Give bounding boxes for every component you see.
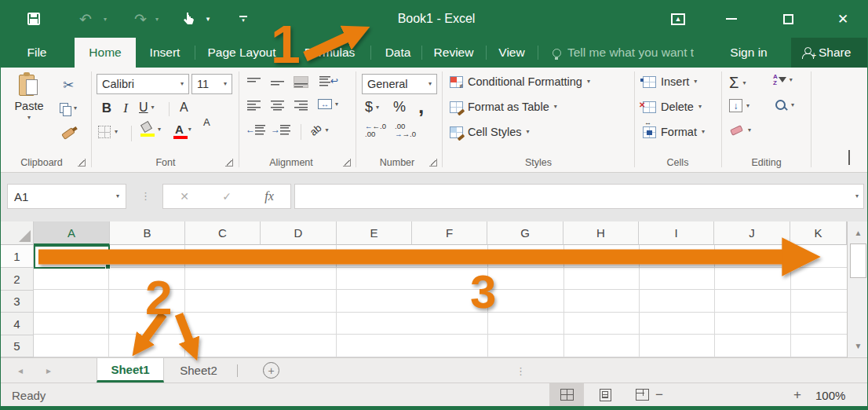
redo-button[interactable]: ↷ <box>128 0 153 38</box>
align-center-button[interactable] <box>271 101 284 111</box>
merge-center-button[interactable]: ↔▾ <box>318 99 338 109</box>
alignment-dialog-launcher[interactable] <box>343 159 351 167</box>
tab-data[interactable]: Data <box>379 38 417 68</box>
row-header-3[interactable]: 3 <box>1 291 34 313</box>
minimize-button[interactable] <box>713 0 749 38</box>
touch-mouse-mode-button[interactable] <box>178 0 199 38</box>
percent-style-button[interactable]: % <box>393 99 406 115</box>
page-layout-view-button[interactable] <box>588 383 622 406</box>
tab-home[interactable]: Home <box>75 38 136 68</box>
expand-formula-bar-button[interactable]: ▾ <box>855 193 859 200</box>
underline-button[interactable]: U▾ <box>139 101 155 115</box>
tab-file[interactable]: File <box>15 38 59 68</box>
font-size-select[interactable]: 11▾ <box>191 74 232 94</box>
number-dialog-launcher[interactable] <box>429 159 437 167</box>
fill-color-button[interactable]: ▾ <box>140 123 161 137</box>
comma-style-button[interactable]: , <box>418 94 424 119</box>
copy-button[interactable]: ▾ <box>51 99 86 118</box>
zoom-in-button[interactable]: + <box>793 383 801 407</box>
increase-indent-button[interactable]: → <box>271 124 290 135</box>
sort-filter-button[interactable]: AZ ▾ <box>773 74 793 86</box>
increase-decimal-button[interactable]: ←←.0 .00 <box>365 123 386 138</box>
row-header-5[interactable]: 5 <box>1 335 34 357</box>
vertical-scrollbar-thumb[interactable] <box>850 243 866 278</box>
cell-styles-button[interactable]: Cell Styles▾ <box>450 126 530 138</box>
borders-button[interactable]: ▾ <box>98 126 118 138</box>
tab-review[interactable]: Review <box>429 38 479 68</box>
enter-check-icon[interactable]: ✓ <box>222 190 232 203</box>
zoom-level[interactable]: 100% <box>815 383 845 407</box>
tab-view[interactable]: View <box>492 38 531 68</box>
conditional-formatting-button[interactable]: Conditional Formatting▾ <box>450 75 590 88</box>
undo-button[interactable]: ↶ <box>73 0 98 38</box>
close-button[interactable]: ✕ <box>825 0 861 38</box>
wrap-text-button[interactable]: ↩ <box>319 75 338 86</box>
middle-align-button[interactable] <box>271 77 284 87</box>
redo-dropdown[interactable]: ▾ <box>151 0 162 38</box>
new-sheet-button[interactable]: + <box>263 362 279 379</box>
row-header-4[interactable]: 4 <box>1 313 34 335</box>
format-as-table-button[interactable]: Format as Table▾ <box>450 101 557 113</box>
sheet-tab-sheet2[interactable]: Sheet2 <box>165 358 232 383</box>
insert-function-button[interactable]: fx <box>264 189 274 203</box>
autosum-button[interactable]: Σ ▾ <box>729 74 746 92</box>
sheet-tab-sheet1[interactable]: Sheet1 <box>97 358 164 383</box>
column-header-b[interactable]: B <box>110 221 185 245</box>
column-header-g[interactable]: G <box>487 221 563 245</box>
column-header-e[interactable]: E <box>337 221 412 245</box>
number-format-select[interactable]: General▾ <box>362 74 437 94</box>
bold-button[interactable]: B <box>100 101 114 116</box>
font-color-button[interactable]: A▾ <box>175 124 191 135</box>
bottom-align-button[interactable] <box>294 77 308 87</box>
tab-formulas[interactable]: Formulas <box>296 38 363 68</box>
column-header-k[interactable]: K <box>790 221 847 245</box>
next-sheet-button[interactable]: ▸ <box>46 358 51 383</box>
column-header-f[interactable]: F <box>412 221 487 245</box>
select-all-button[interactable] <box>1 221 34 245</box>
find-select-button[interactable]: ▾ <box>775 99 794 112</box>
font-family-select[interactable]: Calibri▾ <box>97 74 189 94</box>
italic-button[interactable]: I <box>120 101 131 116</box>
column-header-d[interactable]: D <box>261 221 337 245</box>
save-button[interactable] <box>21 0 46 38</box>
fill-button[interactable]: ↓ ▾ <box>729 99 749 112</box>
share-button[interactable]: + Share <box>791 38 867 68</box>
column-header-j[interactable]: J <box>714 221 790 245</box>
fill-handle[interactable] <box>105 264 111 269</box>
decrease-indent-button[interactable]: ← <box>246 124 265 135</box>
accounting-format-button[interactable]: $▾ <box>365 99 379 115</box>
tab-insert[interactable]: Insert <box>140 38 189 68</box>
formula-bar-resize-handle[interactable]: ⋮ <box>140 190 150 202</box>
column-header-i[interactable]: I <box>639 221 714 245</box>
touch-mode-dropdown[interactable]: ▾ <box>202 0 214 38</box>
previous-sheet-button[interactable]: ◂ <box>18 358 23 383</box>
scroll-down-button[interactable]: ▼ <box>849 336 867 355</box>
top-align-button[interactable] <box>247 77 261 87</box>
qat-customize-button[interactable]: ▾ <box>235 0 252 38</box>
tell-me-input[interactable]: Tell me what you want t <box>567 38 718 68</box>
delete-cells-button[interactable]: Delete▾ <box>643 101 702 113</box>
sign-in-button[interactable]: Sign in <box>721 38 776 68</box>
active-cell-a1[interactable] <box>34 245 110 269</box>
zoom-out-button[interactable]: − <box>655 383 663 407</box>
cut-button[interactable]: ✂ <box>53 75 84 94</box>
ribbon-display-options-button[interactable]: ▲ <box>660 0 696 38</box>
column-header-h[interactable]: H <box>563 221 639 245</box>
column-header-c[interactable]: C <box>185 221 261 245</box>
page-break-view-button[interactable] <box>625 383 659 406</box>
vertical-scrollbar[interactable]: ▲ ▼ <box>847 221 868 357</box>
align-right-button[interactable] <box>294 101 308 111</box>
maximize-button[interactable] <box>770 0 806 38</box>
normal-view-button[interactable] <box>549 383 584 406</box>
paste-button[interactable]: Paste ▾ <box>9 74 49 149</box>
decrease-font-size-button[interactable]: A▼ <box>203 116 868 128</box>
insert-cells-button[interactable]: Insert▾ <box>643 75 697 88</box>
align-left-button[interactable] <box>247 101 261 111</box>
format-cells-button[interactable]: Format▾ <box>643 126 705 138</box>
formula-input[interactable]: ▾ <box>294 184 864 209</box>
row-header-1[interactable]: 1 <box>1 245 34 268</box>
cancel-icon[interactable]: ✕ <box>180 190 189 203</box>
format-painter-button[interactable] <box>54 124 82 143</box>
clear-button[interactable]: ▾ <box>731 127 751 134</box>
collapse-ribbon-button[interactable] <box>848 152 850 166</box>
